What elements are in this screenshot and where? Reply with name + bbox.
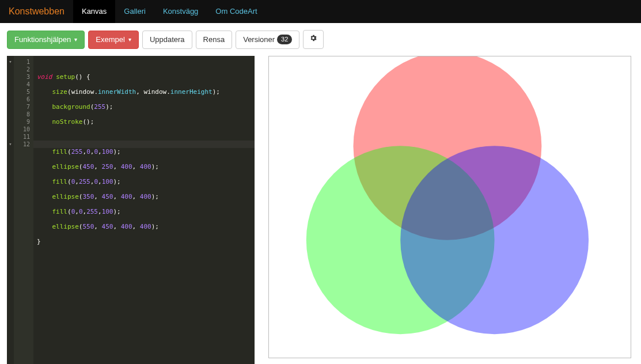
nav-om-codeart[interactable]: Om CodeArt xyxy=(207,0,265,23)
code-line: ellipse(550, 450, 400, 400); xyxy=(37,223,251,230)
gear-icon xyxy=(309,34,317,45)
code-line: void setup() { xyxy=(37,73,251,81)
toolbar: Funktionshjälpen ▾ Exempel ▾ Uppdatera R… xyxy=(0,23,641,56)
code-line: fill(0,0,255,100); xyxy=(37,208,251,215)
line-number: 11 xyxy=(14,133,30,141)
line-number: 1 xyxy=(14,58,30,66)
line-number: 10 xyxy=(14,126,30,133)
output-canvas xyxy=(268,56,631,358)
funktionshjalpen-label: Funktionshjälpen xyxy=(14,35,71,45)
active-line-highlight xyxy=(33,141,255,148)
editor-gutter: 1 2 3 4 5 6 7 8 9 10 11 12 xyxy=(14,56,33,364)
line-number: 8 xyxy=(14,111,30,118)
exempel-button[interactable]: Exempel ▾ xyxy=(88,31,139,49)
rensa-button[interactable]: Rensa xyxy=(196,31,233,49)
versioner-button[interactable]: Versioner 32 xyxy=(236,31,299,49)
line-number: 6 xyxy=(14,96,30,103)
fold-marker[interactable]: ▾ xyxy=(7,58,14,66)
code-editor[interactable]: ▾ ▾ 1 2 3 4 5 6 7 8 9 10 11 12 void setu… xyxy=(7,56,255,364)
top-navbar: Konstwebben Kanvas Galleri Konstvägg Om … xyxy=(0,0,641,23)
fold-marker[interactable]: ▾ xyxy=(7,141,14,148)
line-number: 4 xyxy=(14,81,30,88)
code-line: } xyxy=(37,238,251,245)
exempel-label: Exempel xyxy=(96,35,125,45)
code-line: size(window.innerWidth, window.innerHeig… xyxy=(37,88,251,96)
line-number: 3 xyxy=(14,73,30,81)
settings-button[interactable] xyxy=(303,30,324,49)
code-line xyxy=(37,133,251,141)
caret-down-icon: ▾ xyxy=(128,36,131,44)
line-number: 2 xyxy=(14,66,30,73)
chevron-down-icon: ▾ xyxy=(74,36,77,44)
editor-content[interactable]: void setup() { size(window.innerWidth, w… xyxy=(33,56,255,364)
uppdatera-button[interactable]: Uppdatera xyxy=(142,31,192,49)
code-line: fill(255,0,0,100); xyxy=(37,148,251,156)
code-line: ellipse(350, 450, 400, 400); xyxy=(37,193,251,200)
main-area: ▾ ▾ 1 2 3 4 5 6 7 8 9 10 11 12 void setu… xyxy=(0,56,641,364)
line-number: 9 xyxy=(14,118,30,126)
code-line: fill(0,255,0,100); xyxy=(37,178,251,185)
line-number: 12 xyxy=(14,141,30,148)
code-line: noStroke(); xyxy=(37,118,251,126)
versioner-label: Versioner xyxy=(243,35,275,45)
line-number: 5 xyxy=(14,88,30,96)
brand-title: Konstwebben xyxy=(0,0,73,23)
editor-fold-column: ▾ ▾ xyxy=(7,56,14,364)
line-number: 7 xyxy=(14,103,30,111)
funktionshjalpen-button[interactable]: Funktionshjälpen ▾ xyxy=(7,31,85,49)
nav-konstvagg[interactable]: Konstvägg xyxy=(154,0,207,23)
nav-galleri[interactable]: Galleri xyxy=(115,0,154,23)
canvas-svg xyxy=(269,56,631,358)
canvas-circle xyxy=(400,146,589,334)
versioner-count-badge: 32 xyxy=(277,35,292,44)
code-line: ellipse(450, 250, 400, 400); xyxy=(37,163,251,170)
nav-kanvas[interactable]: Kanvas xyxy=(73,0,115,23)
code-line: background(255); xyxy=(37,103,251,111)
